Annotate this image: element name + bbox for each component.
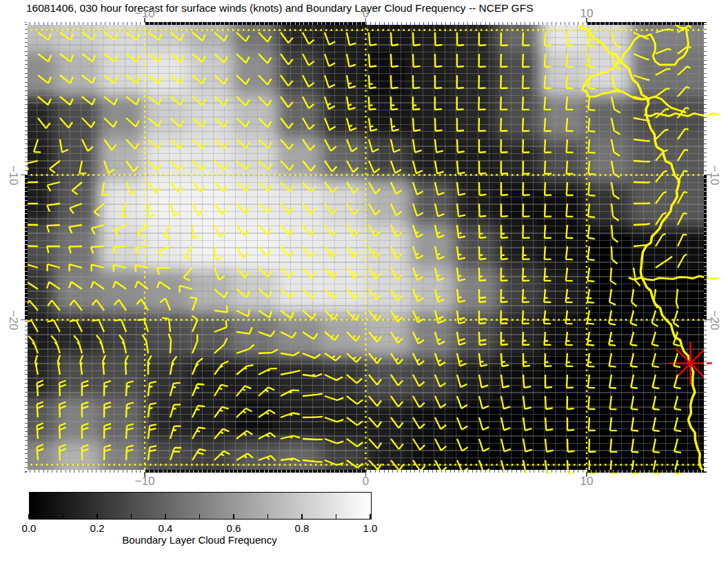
lon-tick-label-bottom: 0 [349, 475, 383, 488]
frame-segment [587, 470, 706, 473]
frame-segment [26, 22, 145, 25]
colorbar-minor-tick [336, 514, 337, 519]
colorbar [29, 492, 372, 520]
colorbar-tick-label: 1.0 [355, 522, 385, 534]
wind-barbs [25, 26, 691, 474]
frame-segment [366, 22, 587, 25]
colorbar-caption: Boundary Layer Cloud Frequency [29, 534, 370, 546]
colorbar-tick-label: 0.8 [287, 522, 317, 534]
colorbar-tick-label: 0.4 [150, 522, 181, 534]
colorbar-minor-tick [301, 514, 303, 519]
overlay-layer [26, 23, 706, 472]
frame-segment [145, 470, 365, 473]
frame-segment [704, 23, 707, 175]
colorbar-minor-tick [165, 514, 166, 519]
river-line [583, 24, 689, 112]
axis-major-tick [365, 18, 367, 23]
colorbar-minor-tick [97, 514, 98, 519]
lon-tick-label-bottom: 10 [569, 475, 604, 488]
frame-segment [366, 470, 587, 473]
axis-major-tick [365, 472, 367, 477]
page-title: 16081406, 030 hour forecast for surface … [26, 2, 534, 14]
frame-segment [704, 175, 707, 320]
frame-segment [25, 23, 28, 175]
map-plot [26, 23, 706, 472]
axis-major-tick [586, 472, 587, 477]
frame-segment [587, 22, 706, 25]
axis-major-tick [21, 175, 26, 176]
axis-major-tick [706, 319, 711, 321]
axis-major-tick [586, 18, 587, 23]
frame-segment [145, 22, 365, 25]
coastline [578, 23, 704, 472]
colorbar-tick-label: 0.0 [14, 522, 44, 534]
colorbar-tick-label: 0.6 [219, 522, 249, 534]
colorbar-minor-tick [63, 514, 64, 519]
lon-tick-label-bottom: −10 [128, 475, 162, 488]
frame-segment [25, 175, 28, 320]
axis-major-tick [144, 472, 145, 477]
lat-tick-label-left: −10 [8, 158, 20, 192]
axis-major-tick [144, 18, 145, 23]
lat-tick-label-left: −20 [8, 303, 20, 337]
colorbar-minor-tick [199, 514, 201, 519]
colorbar-tick-label: 0.2 [82, 522, 112, 534]
colorbar-minor-tick [370, 514, 371, 519]
frame-segment [25, 320, 28, 473]
axis-major-tick [21, 319, 26, 321]
axis-major-tick [706, 175, 711, 176]
colorbar-minor-tick [267, 514, 269, 519]
colorbar-minor-tick [28, 514, 30, 519]
forecast-chart-page: 16081406, 030 hour forecast for surface … [0, 0, 728, 563]
colorbar-minor-tick [131, 514, 132, 519]
colorbar-minor-tick [233, 514, 234, 519]
frame-segment [704, 320, 707, 473]
frame-segment [26, 470, 145, 473]
